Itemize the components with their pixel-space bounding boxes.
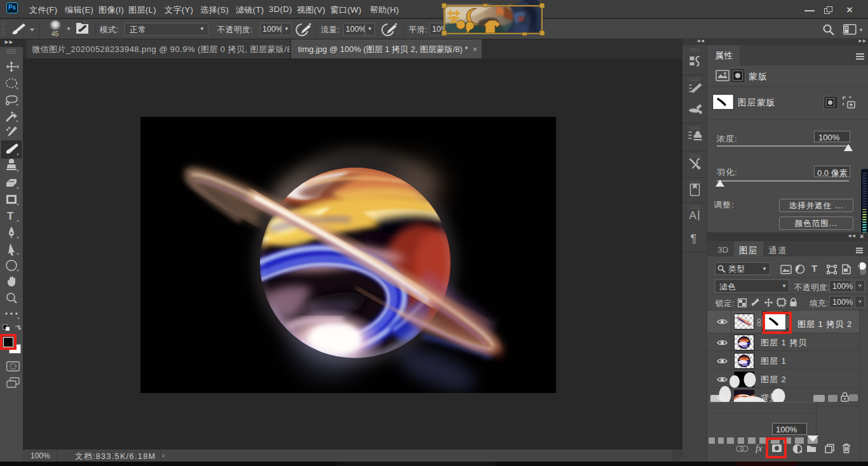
svg-text:A: A [689,210,697,222]
svg-text:¶: ¶ [691,232,697,245]
svg-text:T: T [7,210,14,222]
